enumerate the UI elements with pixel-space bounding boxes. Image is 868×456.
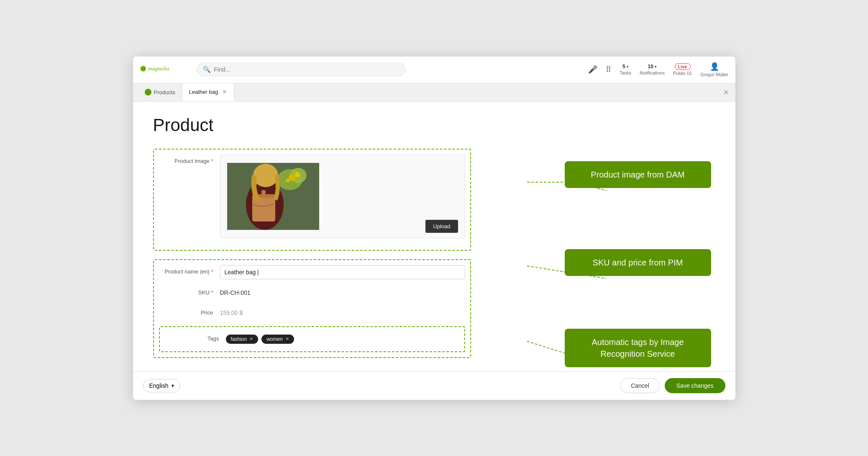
- tab-products[interactable]: Products: [138, 83, 182, 101]
- price-label: Price: [159, 306, 213, 316]
- tags-value: fashion ✕ women ✕: [226, 332, 459, 346]
- pim-annotation: SKU and price from PIM: [565, 249, 711, 283]
- product-image-section: Product image *: [153, 149, 471, 251]
- tags-section: Tags fashion ✕ wom: [159, 326, 465, 352]
- required-marker: *: [211, 158, 213, 164]
- language-selector[interactable]: English ▾: [143, 379, 181, 392]
- live-status[interactable]: Live Public 01: [673, 63, 692, 76]
- product-name-row: Product name (en) *: [159, 265, 465, 279]
- microphone-icon[interactable]: 🎤: [588, 65, 597, 74]
- language-label: English: [149, 382, 169, 389]
- image-label: Product image *: [159, 155, 213, 164]
- panel-close-icon[interactable]: ✕: [723, 88, 729, 96]
- bottom-actions: Cancel Save changes: [620, 378, 725, 393]
- form-left: Product image *: [153, 149, 471, 366]
- sku-label: SKU *: [159, 286, 213, 296]
- search-bar[interactable]: 🔍: [197, 63, 406, 76]
- chevron-down-icon: ▾: [172, 383, 174, 389]
- products-icon: [145, 89, 151, 95]
- search-input[interactable]: [214, 66, 399, 73]
- topbar-right: 🎤 ⠿ 5 • Tasks 10 • Notifications Live Pu…: [588, 62, 729, 77]
- main-content: Product Product image *: [133, 102, 735, 371]
- tags-container: fashion ✕ women ✕: [226, 332, 459, 346]
- tag-fashion-remove[interactable]: ✕: [249, 336, 253, 342]
- tasks-button[interactable]: 5 • Tasks: [620, 64, 631, 75]
- price-row: Price 159.00 $: [159, 306, 465, 319]
- price-value: 159.00 $: [220, 306, 465, 319]
- svg-text:magnolia: magnolia: [148, 65, 169, 72]
- svg-line-16: [527, 266, 607, 278]
- tag-fashion: fashion ✕: [226, 335, 259, 344]
- dam-annotation: Product image from DAM: [565, 161, 711, 195]
- connector-lines: [523, 149, 724, 371]
- tabbar: Products Leather bag ✕ ✕: [133, 83, 735, 102]
- sku-value: DR-CH-001: [220, 286, 465, 299]
- save-button[interactable]: Save changes: [665, 378, 725, 393]
- search-icon: 🔍: [203, 66, 211, 73]
- app-window: magnolia 🔍 🎤 ⠿ 5 • Tasks 10 • Notificati…: [133, 57, 735, 400]
- dam-annotation-box: Product image from DAM: [565, 161, 711, 188]
- cancel-button[interactable]: Cancel: [620, 378, 660, 393]
- ir-annotation: Automatic tags by Image Recognition Serv…: [565, 329, 711, 371]
- sku-row: SKU * DR-CH-001: [159, 286, 465, 299]
- tag-women-remove[interactable]: ✕: [285, 336, 289, 342]
- svg-line-17: [527, 341, 607, 366]
- product-name-input[interactable]: [220, 265, 465, 279]
- ir-annotation-box: Automatic tags by Image Recognition Serv…: [565, 329, 711, 367]
- tags-label: Tags: [165, 332, 219, 342]
- svg-point-8: [286, 178, 290, 183]
- topbar: magnolia 🔍 🎤 ⠿ 5 • Tasks 10 • Notificati…: [133, 57, 735, 83]
- notifications-button[interactable]: 10 • Notifications: [640, 64, 665, 75]
- image-upload-box: Upload: [220, 155, 465, 238]
- form-area: Product image *: [153, 149, 715, 366]
- tab-leather-bag[interactable]: Leather bag ✕: [182, 83, 234, 101]
- product-image: [227, 163, 319, 230]
- svg-line-15: [573, 182, 607, 191]
- product-name-value[interactable]: [220, 265, 465, 279]
- image-field-row: Product image *: [159, 155, 465, 238]
- sku-price-section: Product name (en) * SKU *: [153, 259, 471, 358]
- image-field-value: Upload: [220, 155, 465, 238]
- page-title: Product: [153, 115, 715, 135]
- svg-point-7: [295, 172, 300, 177]
- upload-button[interactable]: Upload: [425, 220, 458, 233]
- annotations-overlay: Product image from DAM SKU and price fro…: [523, 149, 724, 366]
- pim-annotation-box: SKU and price from PIM: [565, 249, 711, 276]
- logo: magnolia: [140, 63, 190, 76]
- tags-row: Tags fashion ✕ wom: [165, 332, 459, 346]
- user-menu[interactable]: 👤 Gregor Müller: [700, 62, 728, 77]
- product-name-label: Product name (en) *: [159, 265, 213, 275]
- svg-point-13: [253, 164, 278, 187]
- grid-icon[interactable]: ⠿: [606, 65, 611, 74]
- tag-women: women ✕: [261, 335, 294, 344]
- bottom-bar: English ▾ Cancel Save changes: [133, 371, 735, 400]
- svg-rect-12: [261, 190, 266, 198]
- tab-close-icon[interactable]: ✕: [222, 88, 227, 95]
- svg-point-0: [140, 66, 146, 71]
